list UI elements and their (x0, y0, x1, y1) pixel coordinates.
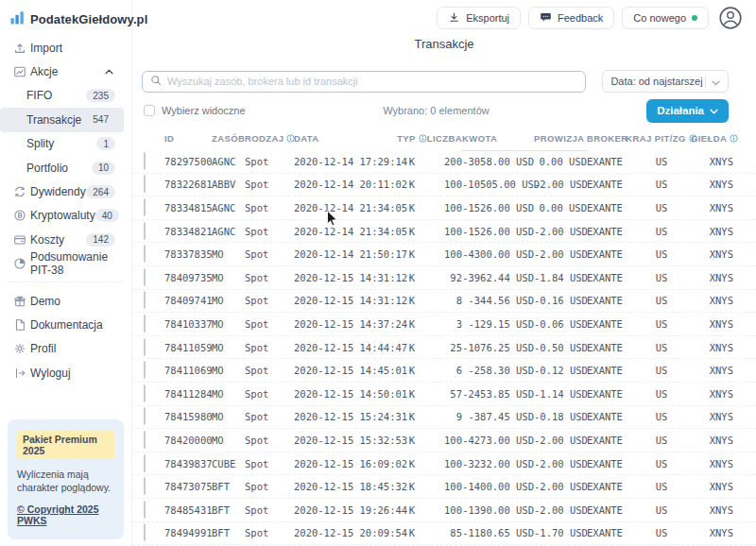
cell-data: 2020-12-15 20:09:54 (294, 527, 398, 538)
row-checkbox[interactable] (144, 222, 146, 240)
feedback-label: Feedback (558, 12, 603, 24)
actions-button[interactable]: Działania (646, 99, 729, 123)
info-icon[interactable] (730, 134, 738, 143)
cell-data: 2020-12-14 20:11:02 (294, 179, 398, 190)
row-checkbox[interactable] (144, 454, 146, 472)
table-row[interactable]: 78494991BFTSpot2020-12-15 20:09:54K85-11… (132, 522, 756, 546)
table-row[interactable]: 78337835MOSpot2020-12-14 21:50:17K100-43… (132, 243, 756, 266)
column-header-liczba: LICZBA (426, 133, 462, 144)
table-row[interactable]: 78334821AGNCSpot2020-12-14 21:34:05K100-… (132, 220, 756, 244)
table-row[interactable]: 78322681ABBVSpot2020-12-14 20:11:02K100-… (132, 174, 756, 197)
sidebar-item-label: Splity (26, 137, 54, 150)
copyright-link[interactable]: © Copyright 2025 PWKS (17, 503, 114, 526)
row-checkbox[interactable] (144, 152, 146, 170)
table-row[interactable]: 78473075BFTSpot2020-12-15 18:45:32K100-1… (132, 475, 756, 499)
count-badge: 1 (96, 137, 115, 150)
cell-liczba: 100 (426, 179, 462, 190)
row-checkbox-cell (144, 455, 164, 472)
row-checkbox[interactable] (144, 431, 146, 449)
cell-kwota: -344.56 USD (462, 295, 534, 306)
sidebar-item-wyloguj[interactable]: Wyloguj (0, 361, 124, 384)
cell-liczba: 100 (426, 248, 462, 260)
sidebar-item-profil[interactable]: Profil (0, 337, 124, 361)
sidebar-item-portfolio[interactable]: Portfolio 10 (0, 156, 124, 179)
refresh-icon (12, 185, 26, 199)
cell-gielda: XNYS (691, 318, 733, 330)
table-row[interactable]: 78439837CUBESpot2020-12-15 16:09:02K100-… (132, 452, 756, 476)
cell-prowizja: -2.00 USD (534, 226, 587, 237)
table-row[interactable]: 78409741MOSpot2020-12-15 14:31:12K8-344.… (132, 290, 756, 314)
table-row[interactable]: 78415980MOSpot2020-12-15 15:24:31K9-387.… (132, 406, 756, 430)
sidebar-item-transakcje[interactable]: Transakcje 547 (0, 108, 124, 131)
cell-data: 2020-12-14 21:34:05 (294, 202, 398, 213)
cell-gielda: XNYS (691, 388, 733, 400)
row-checkbox[interactable] (144, 291, 146, 309)
cell-liczba: 100 (426, 202, 462, 213)
sidebar-item-koszty[interactable]: Koszty 142 (0, 228, 124, 251)
chevron-up-icon[interactable] (105, 69, 115, 75)
sidebar-item-label: FIFO (26, 89, 52, 102)
cell-typ: K (398, 295, 426, 306)
cell-data: 2020-12-15 14:31:12 (294, 272, 398, 283)
table-row[interactable]: 78409735MOSpot2020-12-15 14:31:12K92-396… (132, 266, 756, 290)
row-checkbox[interactable] (144, 245, 146, 263)
sort-dropdown[interactable]: Data: od najstarszej (602, 70, 729, 93)
cell-kwota: -10505.00 USD (462, 179, 534, 190)
row-checkbox-cell (144, 269, 164, 286)
gear-icon (12, 342, 26, 356)
cell-broker: EXANTE (587, 156, 632, 167)
table-row[interactable]: 78420000MOSpot2020-12-15 15:32:53K100-42… (132, 429, 756, 452)
sidebar-item-kryptowaluty[interactable]: Kryptowaluty 40 (0, 204, 124, 228)
cell-zasob: MO (212, 388, 245, 400)
cell-data: 2020-12-15 19:26:44 (294, 504, 398, 516)
sidebar-item-splity[interactable]: Splity 1 (0, 132, 124, 156)
user-avatar[interactable] (718, 6, 743, 30)
select-visible-checkbox[interactable] (144, 105, 155, 116)
cell-kwota: -4273.00 USD (462, 435, 534, 446)
cell-broker: EXANTE (587, 179, 632, 190)
row-checkbox[interactable] (144, 338, 146, 356)
sidebar-item-demo[interactable]: Demo (0, 289, 124, 313)
sidebar-item-dokumentacja[interactable]: Dokumentacja (0, 313, 124, 336)
table-row[interactable]: 78485431BFTSpot2020-12-15 19:26:44K100-1… (132, 499, 756, 522)
row-checkbox[interactable] (144, 198, 146, 216)
cell-kwota: -4300.00 USD (462, 248, 534, 260)
sidebar-item-dywidendy[interactable]: Dywidendy 264 (0, 179, 124, 203)
table-header-row: IDZASÓBRODZAJDATATYPLICZBAKWOTAPROWIZJAB… (132, 126, 756, 150)
sidebar-item-label: Podsumowanie PIT-38 (30, 250, 115, 277)
row-checkbox[interactable] (144, 523, 146, 541)
main-content: Eksportuj Feedback Co nowego Transakcje … (132, 0, 756, 546)
row-checkbox[interactable] (144, 384, 146, 402)
table-row[interactable]: 78411069MOSpot2020-12-15 14:45:01K6-258.… (132, 359, 756, 383)
count-badge: 235 (86, 89, 115, 102)
sidebar-item-fifo[interactable]: FIFO 235 (0, 84, 124, 108)
whats-new-label: Co nowego (633, 12, 686, 24)
search-input[interactable] (167, 76, 577, 87)
cell-kwota: -129.15 USD (462, 318, 534, 330)
cell-liczba: 100 (426, 435, 462, 446)
bar-chart-icon (9, 9, 26, 29)
cell-id: 78415980 (164, 411, 212, 422)
row-checkbox[interactable] (144, 477, 146, 495)
table-row[interactable]: 78297500AGNCSpot2020-12-14 17:29:14K200-… (132, 150, 756, 174)
table-row[interactable]: 78410337MOSpot2020-12-15 14:37:24K3-129.… (132, 313, 756, 336)
table-row[interactable]: 78411059MOSpot2020-12-15 14:44:47K25-107… (132, 336, 756, 360)
cell-id: 78322681 (164, 179, 212, 190)
brand-logo[interactable]: PodatekGiełdowy.pl (0, 0, 131, 30)
row-checkbox[interactable] (144, 268, 146, 286)
row-checkbox[interactable] (144, 361, 146, 379)
table-row[interactable]: 78334815AGNCSpot2020-12-14 21:34:05K100-… (132, 196, 756, 220)
cell-data: 2020-12-15 15:24:31 (294, 411, 398, 422)
sidebar-item-akcje[interactable]: Akcje (0, 60, 124, 83)
table-row[interactable]: 78411284MOSpot2020-12-15 14:50:01K57-245… (132, 383, 756, 406)
topbar: Eksportuj Feedback Co nowego (437, 6, 743, 30)
feedback-button[interactable]: Feedback (528, 7, 614, 29)
whats-new-button[interactable]: Co nowego (622, 7, 709, 29)
sidebar-item-podsumowanie[interactable]: Podsumowanie PIT-38 (0, 252, 124, 276)
row-checkbox[interactable] (144, 501, 146, 519)
row-checkbox[interactable] (144, 315, 146, 333)
row-checkbox[interactable] (144, 175, 146, 193)
sidebar-item-import[interactable]: Import (0, 36, 124, 60)
export-button[interactable]: Eksportuj (437, 7, 521, 29)
row-checkbox[interactable] (144, 407, 146, 425)
